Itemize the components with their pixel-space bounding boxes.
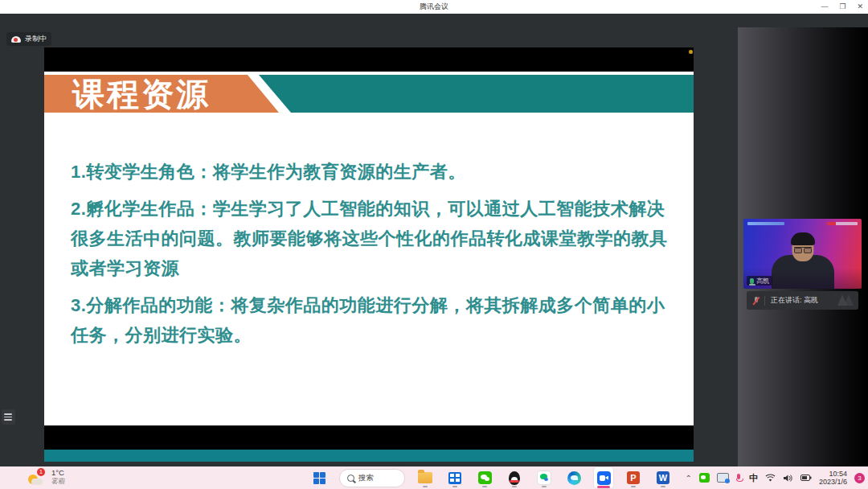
weather-widget[interactable]: 1 1°C 雾霾: [27, 468, 65, 486]
start-button[interactable]: [309, 467, 329, 488]
wecom-button[interactable]: [534, 467, 554, 488]
ime-indicator[interactable]: 中: [749, 472, 758, 484]
tencent-meeting-icon: [597, 471, 611, 485]
microphone-icon: [736, 474, 742, 483]
list-lines-icon: [4, 413, 12, 415]
wecom-icon: [537, 471, 551, 485]
microsoft-store-button[interactable]: [445, 467, 465, 488]
weather-icon: 1: [27, 468, 45, 486]
speaking-status-bar[interactable]: 正在讲话: 高凯: [747, 291, 858, 310]
participant-glasses: [794, 247, 812, 252]
weather-temperature: 1°C: [51, 469, 65, 477]
search-label: 搜索: [358, 473, 374, 483]
slide-title-banner: 课程资源: [44, 75, 694, 113]
edge-button[interactable]: [564, 467, 583, 488]
mic-active-icon: [750, 278, 754, 284]
presentation-slide: 课程资源 1.转变学生角色：将学生作为教育资源的生产者。 2.孵化学生作品：学生…: [44, 72, 694, 425]
cloud-record-icon: [11, 36, 21, 43]
battery-icon: [800, 474, 812, 482]
annotation-toolbar-button[interactable]: [2, 409, 15, 425]
system-tray: ⌃ 中 1: [686, 466, 865, 489]
participant-video-tile[interactable]: 高凯: [743, 219, 862, 289]
weather-condition: 雾霾: [51, 478, 65, 485]
meeting-main-area: 录制中 课程资源 1.转变学生角色：将学生作为教育资源的生产者。 2.孵化学生作…: [0, 14, 868, 466]
meeting-logo-watermark-icon: [837, 294, 854, 306]
video-watermark-left: [747, 222, 784, 225]
windows-logo-icon: [313, 472, 326, 484]
participant-panel: 高凯 正在讲话: 高凯: [738, 27, 868, 480]
shared-screen: 课程资源 1.转变学生角色：将学生作为教育资源的生产者。 2.孵化学生作品：学生…: [44, 47, 694, 458]
notification-badge[interactable]: 3: [854, 473, 865, 483]
window-title: 腾讯会议: [420, 2, 448, 12]
tencent-meeting-button[interactable]: [594, 467, 613, 488]
window-titlebar: 腾讯会议 — ❐ ✕: [0, 0, 868, 14]
hidden-icons-chevron[interactable]: ⌃: [686, 474, 692, 483]
word-button[interactable]: W: [653, 467, 673, 488]
minimize-button[interactable]: —: [821, 0, 828, 14]
powerpoint-button[interactable]: P: [624, 467, 643, 488]
participant-name-pill: 高凯: [747, 276, 772, 286]
wechat-button[interactable]: [475, 467, 494, 488]
wechat-tray-icon: [699, 473, 710, 483]
powerpoint-icon: P: [627, 471, 640, 484]
wechat-icon: [478, 471, 492, 484]
recording-indicator[interactable]: 录制中: [6, 32, 51, 46]
taskbar-center-icons: 搜索 P W: [309, 466, 673, 489]
wifi-icon: [765, 474, 776, 483]
window-controls: — ❐ ✕: [821, 0, 863, 14]
weather-alert-badge: 1: [37, 468, 45, 476]
taskbar-search[interactable]: 搜索: [339, 469, 405, 487]
annotation-dot: [689, 50, 693, 54]
battery-button[interactable]: [800, 474, 812, 482]
slide-body: 1.转变学生角色：将学生作为教育资源的生产者。 2.孵化学生作品：学生学习了人工…: [71, 157, 682, 357]
cast-icon: [717, 473, 729, 483]
recording-label: 录制中: [25, 34, 47, 44]
cast-tray-button[interactable]: [717, 473, 729, 483]
clock-date: 2023/1/6: [819, 478, 847, 486]
microphone-tray-button[interactable]: [736, 474, 742, 483]
maximize-button[interactable]: ❐: [839, 0, 845, 14]
edge-icon: [567, 471, 581, 485]
slide-title: 课程资源: [72, 76, 211, 113]
file-explorer-button[interactable]: [416, 467, 435, 488]
speaking-status-label: 正在讲话: 高凯: [771, 295, 818, 306]
taskbar: 1 1°C 雾霾 搜索: [0, 466, 868, 489]
slide-point-1: 1.转变学生角色：将学生作为教育资源的生产者。: [71, 157, 682, 187]
folder-icon: [418, 472, 432, 483]
slide-point-3: 3.分解作品的功能：将复杂作品的功能进行分解，将其拆解成多个简单的小 任务，分别…: [71, 290, 682, 350]
word-icon: W: [657, 471, 669, 484]
mic-muted-icon: [753, 297, 759, 305]
divider: [764, 296, 765, 306]
volume-icon: [783, 474, 793, 483]
qq-icon: [509, 471, 520, 485]
close-button[interactable]: ✕: [857, 0, 863, 14]
volume-button[interactable]: [783, 474, 793, 483]
wechat-tray-button[interactable]: [699, 473, 710, 483]
clock-time: 10:54: [829, 470, 847, 478]
wifi-button[interactable]: [765, 474, 776, 483]
slide-footer-bar: [44, 450, 694, 462]
taskbar-clock[interactable]: 10:54 2023/1/6: [819, 470, 847, 487]
participant-hair: [791, 232, 815, 245]
search-icon: [347, 475, 354, 482]
participant-name: 高凯: [756, 277, 769, 286]
qq-button[interactable]: [505, 467, 524, 488]
store-icon: [448, 472, 461, 484]
video-watermark-right: [827, 222, 858, 225]
slide-point-2: 2.孵化学生作品：学生学习了人工智能的知识，可以通过人工智能技术解决 很多生活中…: [71, 194, 682, 283]
